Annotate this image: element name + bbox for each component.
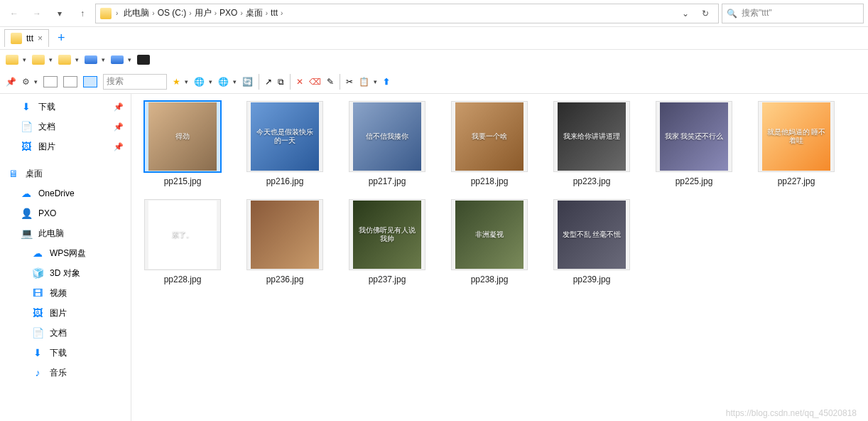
file-item[interactable]: 累了。pp228.jpg: [140, 199, 225, 284]
sidebar-item-label: OneDrive: [38, 188, 75, 198]
chevron-down-icon[interactable]: ▾: [102, 56, 105, 63]
file-name: pp227.jpg: [778, 176, 815, 186]
rename-icon[interactable]: ✎: [327, 77, 334, 87]
file-item[interactable]: 就是他妈逼的 睡不着哇pp227.jpg: [754, 101, 839, 186]
move-icon[interactable]: ↗: [265, 77, 272, 87]
sidebar-item-WPS网盘[interactable]: ☁WPS网盘: [0, 243, 131, 263]
sidebar-item-视频[interactable]: 🎞视频: [0, 283, 131, 303]
history-dropdown[interactable]: ▾: [50, 4, 70, 23]
chevron-down-icon[interactable]: ▾: [23, 56, 26, 63]
file-item[interactable]: 得劲pp215.jpg: [140, 101, 225, 186]
thumbnail-caption: 发型不乱 丝毫不慌: [558, 201, 626, 269]
file-item[interactable]: pp236.jpg: [242, 199, 327, 284]
file-name: pp236.jpg: [266, 275, 304, 284]
sidebar-item-label: 视频: [50, 287, 67, 299]
sidebar-item-label: PXO: [38, 208, 56, 218]
monitor-icon[interactable]: [111, 55, 124, 64]
delete-all-icon[interactable]: ⌫: [309, 77, 321, 87]
file-item[interactable]: 今天也是假装快乐的一天pp216.jpg: [242, 101, 327, 186]
forward-button[interactable]: →: [27, 4, 47, 23]
view-details-button[interactable]: [43, 76, 58, 87]
breadcrumb-item[interactable]: 此电脑: [122, 8, 151, 18]
properties-icon[interactable]: 📋: [359, 77, 369, 87]
search-box[interactable]: 🔍 搜索"ttt": [722, 4, 864, 23]
file-item[interactable]: 发型不乱 丝毫不慌pp239.jpg: [549, 199, 634, 284]
content-area[interactable]: 得劲pp215.jpg今天也是假装快乐的一天pp216.jpg信不信我揍你pp2…: [131, 94, 868, 421]
chevron-right-icon: ›: [151, 9, 156, 17]
sidebar-item-3D 对象[interactable]: 🧊3D 对象: [0, 263, 131, 283]
sidebar-item-OneDrive[interactable]: ☁OneDrive: [0, 183, 131, 203]
breadcrumb-item[interactable]: ttt: [269, 8, 279, 18]
terminal-icon[interactable]: [137, 55, 150, 65]
file-item[interactable]: 非洲凝视pp238.jpg: [447, 199, 532, 284]
sidebar-item-label: 桌面: [26, 168, 43, 180]
thumbnail-caption: 就是他妈逼的 睡不着哇: [762, 102, 830, 171]
chevron-down-icon[interactable]: ▾: [75, 56, 79, 63]
back-button[interactable]: ←: [4, 4, 24, 23]
up-button[interactable]: ↑: [72, 4, 92, 23]
gear-icon[interactable]: ⚙: [22, 77, 30, 87]
chevron-down-icon[interactable]: ▾: [185, 78, 188, 85]
view-icons-button[interactable]: [83, 76, 97, 87]
breadcrumb-box[interactable]: › 此电脑›OS (C:)›用户›PXO›桌面›ttt› ⌄ ↻: [95, 4, 719, 23]
file-item[interactable]: 我来给你讲讲道理pp223.jpg: [549, 101, 634, 186]
sidebar-item-label: 3D 对象: [50, 267, 80, 279]
file-item[interactable]: 我要一个啥pp218.jpg: [447, 101, 532, 186]
chevron-down-icon[interactable]: ▾: [209, 78, 212, 85]
chevron-down-icon[interactable]: ▾: [233, 78, 237, 85]
delete-icon[interactable]: ✕: [296, 77, 303, 87]
sidebar-item-文档[interactable]: 📄文档📌: [0, 117, 131, 137]
breadcrumb-item[interactable]: 用户: [193, 8, 213, 18]
breadcrumb-item[interactable]: PXO: [218, 8, 239, 18]
folder-icon[interactable]: [32, 55, 45, 65]
filter-input[interactable]: 搜索: [103, 74, 167, 90]
sidebar-item-图片[interactable]: 🖼图片📌: [0, 137, 131, 156]
star-icon[interactable]: ★: [173, 77, 180, 87]
pin-icon[interactable]: 📌: [114, 122, 124, 132]
3d-icon: 🧊: [31, 267, 44, 279]
cut-icon[interactable]: ✂: [346, 77, 353, 87]
file-item[interactable]: 我家 我笑还不行么pp225.jpg: [651, 101, 737, 186]
sidebar-item-下载[interactable]: ⬇下载📌: [0, 97, 131, 117]
file-item[interactable]: 信不信我揍你pp217.jpg: [345, 101, 430, 186]
folder-icon[interactable]: [58, 55, 71, 65]
pin-icon[interactable]: 📌: [6, 77, 16, 87]
monitor-icon[interactable]: [85, 55, 97, 64]
chevron-down-icon[interactable]: ▾: [34, 78, 38, 85]
thumbnail-caption: 得劲: [148, 102, 217, 171]
thumbnail-caption: 我仿佛听见有人说我帅: [353, 201, 421, 269]
cloud-icon: ☁: [31, 247, 44, 260]
sync-icon[interactable]: 🔄: [242, 77, 253, 87]
pin-icon[interactable]: 📌: [114, 142, 124, 151]
close-icon[interactable]: ×: [38, 33, 43, 43]
mus-icon: ♪: [31, 366, 44, 379]
globe-icon[interactable]: 🌐: [194, 77, 205, 87]
thumbnail: 得劲: [144, 101, 221, 172]
sidebar-item-此电脑[interactable]: 💻此电脑: [0, 223, 131, 243]
sidebar-item-label: 文档: [50, 327, 67, 339]
pic-icon: 🖼: [20, 140, 33, 153]
sidebar-item-图片[interactable]: 🖼图片: [0, 303, 131, 323]
chevron-down-icon[interactable]: ▾: [128, 56, 131, 63]
sidebar-item-PXO[interactable]: 👤PXO: [0, 203, 131, 223]
tab-ttt[interactable]: ttt ×: [4, 29, 49, 47]
view-list-button[interactable]: [63, 76, 77, 87]
sidebar-item-音乐[interactable]: ♪音乐: [0, 363, 131, 383]
breadcrumb-item[interactable]: 桌面: [244, 8, 264, 18]
thumbnail: [246, 199, 323, 270]
new-tab-button[interactable]: +: [53, 31, 70, 46]
copy-icon[interactable]: ⧉: [278, 77, 284, 87]
up-arrow-icon[interactable]: ⬆: [383, 77, 390, 87]
refresh-button[interactable]: ↻: [697, 5, 714, 22]
folder-icon[interactable]: [6, 55, 18, 65]
chevron-down-icon[interactable]: ▾: [374, 78, 377, 85]
sidebar-item-下载[interactable]: ⬇下载: [0, 343, 131, 363]
chevron-down-icon[interactable]: ▾: [49, 56, 53, 63]
sidebar-item-文档[interactable]: 📄文档: [0, 323, 131, 343]
dropdown-button[interactable]: ⌄: [677, 5, 694, 22]
file-item[interactable]: 我仿佛听见有人说我帅pp237.jpg: [345, 199, 430, 284]
breadcrumb-item[interactable]: OS (C:): [156, 8, 188, 18]
globe-icon[interactable]: 🌐: [218, 77, 229, 87]
pin-icon[interactable]: 📌: [114, 102, 124, 112]
sidebar-item-desktop[interactable]: 🖥 桌面: [0, 164, 131, 183]
